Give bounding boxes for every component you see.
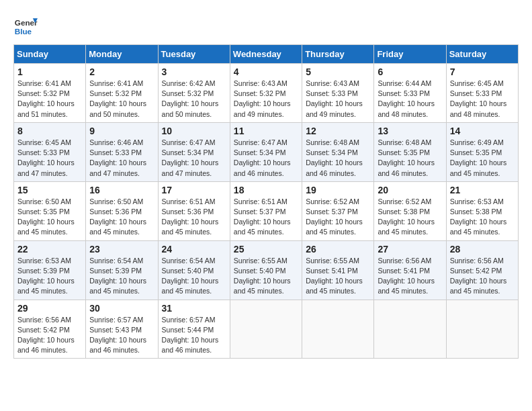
day-info: Sunrise: 6:45 AMSunset: 5:33 PMDaylight:…	[450, 79, 515, 120]
day-number: 30	[89, 303, 154, 314]
day-number: 1	[17, 66, 82, 77]
day-number: 16	[89, 185, 154, 195]
day-info: Sunrise: 6:50 AMSunset: 5:36 PMDaylight:…	[89, 197, 154, 238]
calendar-cell	[230, 300, 302, 359]
calendar-header-tuesday: Tuesday	[158, 45, 230, 64]
day-info: Sunrise: 6:55 AMSunset: 5:40 PMDaylight:…	[234, 256, 298, 297]
day-number: 13	[378, 126, 442, 136]
calendar-cell: 11Sunrise: 6:47 AMSunset: 5:34 PMDayligh…	[230, 122, 302, 181]
day-info: Sunrise: 6:56 AMSunset: 5:41 PMDaylight:…	[378, 256, 442, 297]
calendar-cell: 19Sunrise: 6:52 AMSunset: 5:37 PMDayligh…	[302, 181, 374, 240]
day-number: 4	[234, 66, 298, 77]
day-number: 12	[306, 126, 370, 136]
calendar-week-2: 8Sunrise: 6:45 AMSunset: 5:33 PMDaylight…	[14, 122, 519, 181]
day-info: Sunrise: 6:49 AMSunset: 5:35 PMDaylight:…	[450, 138, 515, 179]
day-number: 5	[306, 66, 370, 77]
day-number: 2	[89, 66, 154, 77]
calendar-cell: 27Sunrise: 6:56 AMSunset: 5:41 PMDayligh…	[374, 240, 446, 300]
day-info: Sunrise: 6:48 AMSunset: 5:34 PMDaylight:…	[306, 138, 370, 179]
calendar-cell: 30Sunrise: 6:57 AMSunset: 5:43 PMDayligh…	[86, 300, 158, 359]
day-info: Sunrise: 6:48 AMSunset: 5:35 PMDaylight:…	[378, 138, 442, 179]
day-number: 3	[162, 66, 226, 77]
day-info: Sunrise: 6:46 AMSunset: 5:33 PMDaylight:…	[89, 138, 154, 179]
day-number: 17	[162, 185, 226, 195]
calendar-cell: 1Sunrise: 6:41 AMSunset: 5:32 PMDaylight…	[14, 64, 86, 123]
day-number: 31	[162, 303, 226, 314]
calendar-cell: 29Sunrise: 6:56 AMSunset: 5:42 PMDayligh…	[14, 300, 86, 359]
day-number: 26	[306, 244, 370, 255]
calendar-header-friday: Friday	[374, 45, 446, 64]
calendar-header-monday: Monday	[86, 45, 158, 64]
svg-text:Blue: Blue	[15, 27, 32, 36]
calendar-cell: 8Sunrise: 6:45 AMSunset: 5:33 PMDaylight…	[14, 122, 86, 181]
day-number: 15	[17, 185, 82, 195]
day-info: Sunrise: 6:54 AMSunset: 5:40 PMDaylight:…	[162, 256, 226, 297]
calendar-week-4: 22Sunrise: 6:53 AMSunset: 5:39 PMDayligh…	[14, 240, 519, 300]
calendar-cell: 26Sunrise: 6:55 AMSunset: 5:41 PMDayligh…	[302, 240, 374, 300]
calendar-cell: 24Sunrise: 6:54 AMSunset: 5:40 PMDayligh…	[158, 240, 230, 300]
day-info: Sunrise: 6:42 AMSunset: 5:32 PMDaylight:…	[162, 79, 226, 120]
calendar-header-thursday: Thursday	[302, 45, 374, 64]
day-number: 11	[234, 126, 298, 136]
day-info: Sunrise: 6:44 AMSunset: 5:33 PMDaylight:…	[378, 79, 442, 120]
day-info: Sunrise: 6:45 AMSunset: 5:33 PMDaylight:…	[17, 138, 82, 179]
day-info: Sunrise: 6:47 AMSunset: 5:34 PMDaylight:…	[162, 138, 226, 179]
day-info: Sunrise: 6:41 AMSunset: 5:32 PMDaylight:…	[17, 79, 82, 120]
day-number: 14	[450, 126, 515, 136]
calendar-cell: 7Sunrise: 6:45 AMSunset: 5:33 PMDaylight…	[446, 64, 518, 123]
calendar-cell: 9Sunrise: 6:46 AMSunset: 5:33 PMDaylight…	[86, 122, 158, 181]
calendar-week-1: 1Sunrise: 6:41 AMSunset: 5:32 PMDaylight…	[14, 64, 519, 123]
day-info: Sunrise: 6:55 AMSunset: 5:41 PMDaylight:…	[306, 256, 370, 297]
day-number: 19	[306, 185, 370, 195]
day-info: Sunrise: 6:56 AMSunset: 5:42 PMDaylight:…	[450, 256, 515, 297]
day-info: Sunrise: 6:54 AMSunset: 5:39 PMDaylight:…	[89, 256, 154, 297]
page-header: General Blue	[13, 13, 519, 38]
day-number: 24	[162, 244, 226, 255]
calendar-cell: 15Sunrise: 6:50 AMSunset: 5:35 PMDayligh…	[14, 181, 86, 240]
calendar-cell: 31Sunrise: 6:57 AMSunset: 5:44 PMDayligh…	[158, 300, 230, 359]
day-number: 20	[378, 185, 442, 195]
calendar-header-sunday: Sunday	[14, 45, 86, 64]
day-number: 27	[378, 244, 442, 255]
calendar-cell: 16Sunrise: 6:50 AMSunset: 5:36 PMDayligh…	[86, 181, 158, 240]
calendar-cell: 13Sunrise: 6:48 AMSunset: 5:35 PMDayligh…	[374, 122, 446, 181]
calendar-cell: 22Sunrise: 6:53 AMSunset: 5:39 PMDayligh…	[14, 240, 86, 300]
day-info: Sunrise: 6:51 AMSunset: 5:37 PMDaylight:…	[234, 197, 298, 238]
day-number: 9	[89, 126, 154, 136]
day-number: 10	[162, 126, 226, 136]
calendar-cell: 17Sunrise: 6:51 AMSunset: 5:36 PMDayligh…	[158, 181, 230, 240]
day-info: Sunrise: 6:53 AMSunset: 5:38 PMDaylight:…	[450, 197, 515, 238]
day-info: Sunrise: 6:52 AMSunset: 5:38 PMDaylight:…	[378, 197, 442, 238]
calendar-cell: 20Sunrise: 6:52 AMSunset: 5:38 PMDayligh…	[374, 181, 446, 240]
calendar-header-saturday: Saturday	[446, 45, 518, 64]
day-info: Sunrise: 6:41 AMSunset: 5:32 PMDaylight:…	[89, 79, 154, 120]
day-info: Sunrise: 6:56 AMSunset: 5:42 PMDaylight:…	[17, 315, 82, 356]
day-number: 29	[17, 303, 82, 314]
day-info: Sunrise: 6:47 AMSunset: 5:34 PMDaylight:…	[234, 138, 298, 179]
calendar-cell: 25Sunrise: 6:55 AMSunset: 5:40 PMDayligh…	[230, 240, 302, 300]
day-info: Sunrise: 6:43 AMSunset: 5:32 PMDaylight:…	[234, 79, 298, 120]
logo: General Blue	[13, 13, 38, 38]
day-number: 23	[89, 244, 154, 255]
calendar-cell: 12Sunrise: 6:48 AMSunset: 5:34 PMDayligh…	[302, 122, 374, 181]
logo-icon: General Blue	[13, 13, 38, 38]
day-info: Sunrise: 6:52 AMSunset: 5:37 PMDaylight:…	[306, 197, 370, 238]
day-number: 7	[450, 66, 515, 77]
day-number: 22	[17, 244, 82, 255]
day-number: 21	[450, 185, 515, 195]
calendar-table: SundayMondayTuesdayWednesdayThursdayFrid…	[13, 44, 519, 359]
calendar-week-5: 29Sunrise: 6:56 AMSunset: 5:42 PMDayligh…	[14, 300, 519, 359]
calendar-cell: 28Sunrise: 6:56 AMSunset: 5:42 PMDayligh…	[446, 240, 518, 300]
day-number: 8	[17, 126, 82, 136]
calendar-cell: 6Sunrise: 6:44 AMSunset: 5:33 PMDaylight…	[374, 64, 446, 123]
day-info: Sunrise: 6:50 AMSunset: 5:35 PMDaylight:…	[17, 197, 82, 238]
calendar-cell: 2Sunrise: 6:41 AMSunset: 5:32 PMDaylight…	[86, 64, 158, 123]
calendar-cell	[446, 300, 518, 359]
day-info: Sunrise: 6:57 AMSunset: 5:43 PMDaylight:…	[89, 315, 154, 356]
calendar-cell: 14Sunrise: 6:49 AMSunset: 5:35 PMDayligh…	[446, 122, 518, 181]
day-number: 6	[378, 66, 442, 77]
calendar-cell: 4Sunrise: 6:43 AMSunset: 5:32 PMDaylight…	[230, 64, 302, 123]
day-number: 28	[450, 244, 515, 255]
calendar-cell	[302, 300, 374, 359]
calendar-cell: 5Sunrise: 6:43 AMSunset: 5:33 PMDaylight…	[302, 64, 374, 123]
